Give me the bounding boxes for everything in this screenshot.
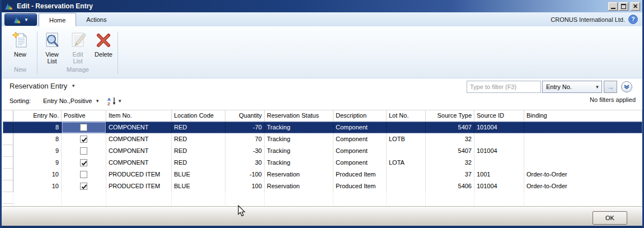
view-list-button[interactable]: ViewList [39, 30, 65, 71]
cell-description: Produced Item [333, 180, 387, 192]
cell-lot-no [387, 180, 426, 192]
cell-item-no: PRODUCED ITEM [106, 169, 172, 180]
empty-cell [426, 192, 474, 204]
ribbon-group-separator [37, 31, 37, 74]
cell-source-id: 1001 [474, 169, 524, 180]
positive-checkbox[interactable] [80, 171, 87, 178]
cell-reservation-status: Tracking [265, 133, 333, 145]
table-row[interactable]: 10PRODUCED ITEMBLUE-100ReservationProduc… [3, 169, 642, 180]
column-header-source-type[interactable]: Source Type [426, 110, 474, 121]
ribbon-tab-strip: ▼ Home Actions CRONUS International Ltd.… [2, 12, 642, 27]
delete-button[interactable]: Delete [91, 30, 116, 71]
table-row[interactable]: 9COMPONENTRED-30TrackingComponent5407101… [3, 145, 642, 157]
row-selector[interactable] [3, 157, 13, 169]
cell-item-no: COMPONENT [106, 157, 172, 169]
cell-positive [62, 122, 106, 133]
table-row[interactable]: 10PRODUCED ITEMBLUE100ReservationProduce… [3, 180, 642, 192]
new-button[interactable]: New [7, 30, 33, 71]
cell-quantity: -30 [225, 145, 265, 157]
row-selector[interactable] [3, 133, 13, 145]
cell-quantity: 70 [225, 133, 265, 145]
cell-reservation-status: Tracking [265, 145, 333, 157]
cell-entry-no: 8 [13, 122, 62, 133]
page-title-menu[interactable]: Reservation Entry ▼ [10, 82, 76, 90]
close-button[interactable]: ✕ [631, 2, 640, 11]
cell-source-id: 101004 [474, 122, 524, 133]
column-header-source-id[interactable]: Source ID [474, 110, 524, 121]
column-header-entry-no[interactable]: Entry No. [13, 110, 62, 121]
cell-binding [524, 133, 642, 145]
column-header-lot-no[interactable]: Lot No. [387, 110, 426, 121]
empty-cell [333, 192, 387, 204]
filter-column-dropdown[interactable]: Entry No. ▼ [542, 81, 602, 93]
cell-source-type: 5407 [426, 145, 474, 157]
cell-source-type: 37 [426, 169, 474, 180]
minimize-icon [611, 8, 615, 9]
cell-lot-no: LOTB [387, 133, 426, 145]
apply-filter-button[interactable]: → [604, 81, 617, 93]
ribbon-group-new: New [7, 66, 33, 73]
cell-quantity: 100 [225, 180, 265, 192]
maximize-button[interactable] [619, 2, 628, 11]
cell-binding [524, 157, 642, 169]
cell-reservation-status: Reservation [265, 180, 333, 192]
table-row[interactable]: 9COMPONENTRED30TrackingComponentLOTA32 [3, 157, 642, 169]
window-title: Edit - Reservation Entry [17, 2, 608, 10]
cell-lot-no: LOTA [387, 157, 426, 169]
cell-location-code: RED [172, 122, 225, 133]
positive-checkbox[interactable] [80, 136, 87, 143]
cell-location-code: RED [172, 133, 225, 145]
column-header-positive[interactable]: Positive [62, 110, 106, 121]
view-list-icon [43, 31, 61, 49]
filter-input[interactable] [467, 81, 541, 93]
arrow-right-icon: → [607, 83, 614, 91]
cell-positive [62, 169, 106, 180]
cell-location-code: BLUE [172, 169, 225, 180]
table-row[interactable]: 8COMPONENTRED70TrackingComponentLOTB32 [3, 133, 642, 145]
positive-checkbox[interactable] [80, 159, 87, 166]
cell-description: Component [333, 133, 387, 145]
ribbon-group-manage: Manage [39, 66, 116, 73]
minimize-button[interactable] [608, 2, 618, 11]
ok-button[interactable]: OK [593, 211, 627, 225]
help-icon[interactable]: ? [628, 15, 638, 24]
table-row[interactable]: 8COMPONENTRED-70TrackingComponent5407101… [3, 122, 642, 133]
column-header-quantity[interactable]: Quantity [225, 110, 265, 121]
column-header-item-no[interactable]: Item No. [106, 110, 172, 121]
row-selector[interactable] [3, 169, 13, 180]
row-selector[interactable] [3, 122, 13, 133]
chevron-down-icon: ▼ [71, 83, 76, 89]
sort-order-button[interactable]: A Z ▼ [107, 96, 122, 105]
delete-icon [95, 31, 112, 49]
cell-item-no: COMPONENT [106, 122, 172, 133]
cell-description: Component [333, 145, 387, 157]
empty-cell [172, 192, 225, 204]
delete-button-label: Delete [95, 51, 112, 58]
page-toolbar: Reservation Entry ▼ Entry No. ▼ → Sortin… [2, 78, 642, 110]
filter-status: No filters applied [590, 96, 636, 103]
cell-source-id [474, 133, 524, 145]
row-selector[interactable] [3, 145, 13, 157]
positive-checkbox[interactable] [80, 183, 87, 190]
sorting-dropdown[interactable]: Entry No.,Positive ▼ [43, 97, 100, 104]
column-header-binding[interactable]: Binding [524, 110, 642, 121]
sorting-label: Sorting: [10, 97, 31, 104]
cell-source-id: 101004 [474, 145, 524, 157]
expand-filter-pane-button[interactable] [621, 81, 632, 92]
row-selector[interactable] [3, 180, 13, 192]
column-header-location-code[interactable]: Location Code [172, 110, 225, 121]
empty-cell [524, 192, 642, 204]
positive-checkbox[interactable] [80, 124, 87, 131]
application-menu-button[interactable]: ▼ [4, 13, 37, 26]
edit-list-button[interactable]: EditList [65, 30, 91, 71]
column-header-description[interactable]: Description [333, 110, 387, 121]
empty-cell [62, 192, 106, 204]
sort-az-icon: A Z [107, 96, 117, 105]
row-selector-header[interactable] [3, 110, 13, 121]
tab-home[interactable]: Home [39, 13, 76, 26]
positive-checkbox[interactable] [80, 147, 87, 155]
tab-actions[interactable]: Actions [76, 13, 116, 26]
cell-positive [62, 145, 106, 157]
cell-description: Produced Item [333, 169, 387, 180]
column-header-reservation-status[interactable]: Reservation Status [265, 110, 333, 121]
